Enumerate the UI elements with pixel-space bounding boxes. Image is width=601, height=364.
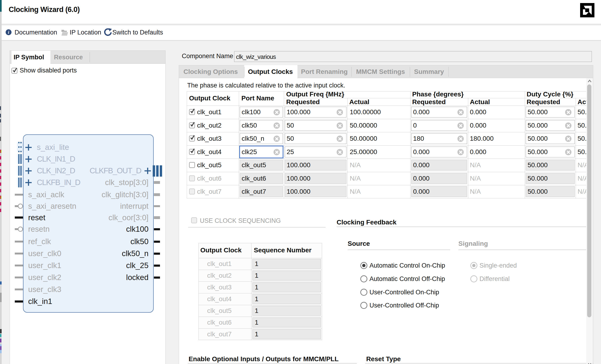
svg-text:i: i — [8, 30, 9, 35]
